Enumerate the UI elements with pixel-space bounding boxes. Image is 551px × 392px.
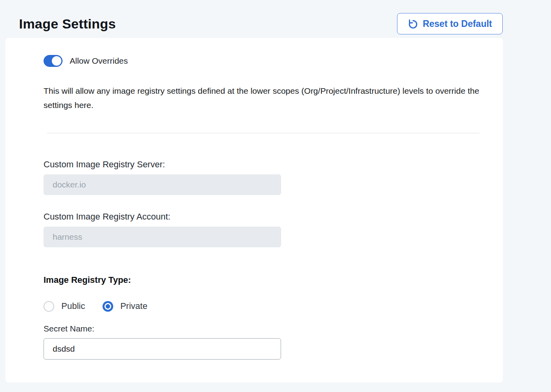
page-header: Image Settings Reset to Default — [6, 0, 503, 36]
radio-selected-icon — [103, 301, 113, 312]
radio-option-private[interactable]: Private — [103, 301, 147, 312]
toggle-knob — [52, 56, 61, 66]
reset-to-default-button[interactable]: Reset to Default — [397, 13, 503, 34]
radio-unselected-icon — [44, 301, 54, 312]
reset-button-label: Reset to Default — [423, 19, 492, 29]
registry-type-radio-group: Public Private — [44, 300, 483, 312]
reset-icon — [408, 19, 418, 29]
registry-account-input — [44, 227, 281, 247]
allow-overrides-toggle[interactable] — [44, 55, 63, 67]
registry-server-label: Custom Image Registry Server: — [44, 159, 483, 170]
registry-account-label: Custom Image Registry Account: — [44, 212, 483, 222]
secret-name-input[interactable] — [44, 338, 281, 360]
page-title: Image Settings — [19, 16, 116, 32]
image-settings-card: Allow Overrides This will allow any imag… — [6, 38, 503, 383]
section-divider — [47, 133, 479, 133]
radio-private-label: Private — [120, 301, 147, 311]
registry-server-input — [44, 174, 281, 195]
secret-name-label: Secret Name: — [44, 324, 483, 333]
allow-overrides-label: Allow Overrides — [70, 56, 128, 66]
allow-overrides-row: Allow Overrides — [44, 55, 483, 67]
registry-type-label: Image Registry Type: — [44, 275, 483, 285]
overrides-description: This will allow any image registry setti… — [44, 84, 483, 112]
radio-public-label: Public — [61, 301, 85, 311]
page: Image Settings Reset to Default Allow Ov… — [6, 0, 503, 383]
radio-option-public[interactable]: Public — [44, 301, 85, 312]
